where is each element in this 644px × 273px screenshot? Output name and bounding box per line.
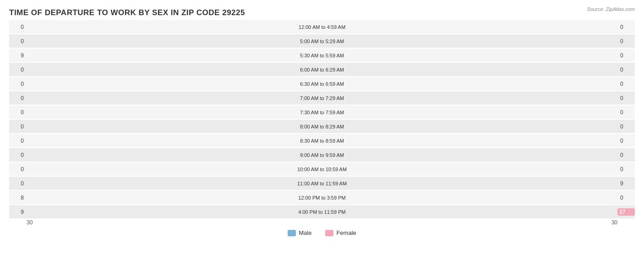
table-row: 05:00 AM to 5:29 AM0 [9, 34, 635, 48]
bar-section: 8:30 AM to 8:59 AM [27, 134, 617, 147]
time-label: 6:00 AM to 6:29 AM [300, 67, 344, 72]
male-value: 0 [9, 180, 27, 187]
male-legend-label: Male [299, 229, 311, 236]
time-label: 8:30 AM to 8:59 AM [300, 138, 344, 144]
chart-container: TIME OF DEPARTURE TO WORK BY SEX IN ZIP … [0, 0, 644, 273]
bar-section: 5:00 AM to 5:29 AM [27, 34, 617, 48]
female-legend-box [325, 230, 333, 236]
female-value: 0 [617, 123, 635, 130]
table-row: 94:00 PM to 11:59 PM27 [9, 205, 635, 218]
female-value: 0 [617, 67, 635, 73]
bar-section: 10:00 AM to 10:59 AM [27, 162, 617, 176]
male-value: 0 [9, 166, 27, 173]
bar-section: 11:00 AM to 11:59 AM [27, 177, 617, 190]
axis-right: 30 [611, 219, 617, 226]
bars-area: 012:00 AM to 4:59 AM005:00 AM to 5:29 AM… [9, 20, 635, 218]
female-value: 0 [617, 38, 635, 45]
bar-section: 12:00 AM to 4:59 AM [27, 20, 617, 33]
female-legend-label: Female [336, 229, 356, 236]
bar-section: 12:00 PM to 3:59 PM [27, 191, 617, 204]
male-value: 0 [9, 123, 27, 130]
male-value: 8 [9, 195, 27, 201]
male-value: 0 [9, 138, 27, 144]
time-label: 11:00 AM to 11:59 AM [297, 181, 347, 186]
table-row: 08:00 AM to 8:29 AM0 [9, 120, 635, 133]
male-value: 0 [9, 109, 27, 116]
male-value: 0 [9, 95, 27, 101]
table-row: 06:00 AM to 6:29 AM0 [9, 63, 635, 76]
time-label: 5:30 AM to 5:59 AM [300, 53, 344, 58]
bar-section: 6:00 AM to 6:29 AM [27, 63, 617, 76]
male-value: 0 [9, 24, 27, 30]
male-value: 9 [9, 52, 27, 59]
female-value: 9 [617, 180, 635, 187]
table-row: 012:00 AM to 4:59 AM0 [9, 20, 635, 33]
male-value: 0 [9, 152, 27, 158]
female-value: 0 [617, 195, 635, 201]
time-label: 8:00 AM to 8:29 AM [300, 124, 344, 129]
time-label: 12:00 AM to 4:59 AM [299, 24, 345, 30]
bar-section: 4:00 PM to 11:59 PM [27, 205, 617, 218]
female-value: 0 [617, 109, 635, 116]
time-label: 7:30 AM to 7:59 AM [300, 110, 344, 115]
table-row: 07:30 AM to 7:59 AM0 [9, 106, 635, 119]
male-value: 0 [9, 67, 27, 73]
time-label: 4:00 PM to 11:59 PM [298, 209, 345, 215]
female-value: 0 [617, 152, 635, 158]
table-row: 812:00 PM to 3:59 PM0 [9, 191, 635, 204]
legend-male: Male [288, 229, 311, 236]
table-row: 09:00 AM to 9:59 AM0 [9, 148, 635, 162]
table-row: 010:00 AM to 10:59 AM0 [9, 162, 635, 176]
time-label: 12:00 PM to 3:59 PM [298, 195, 345, 201]
male-value: 0 [9, 81, 27, 87]
female-value: 0 [617, 52, 635, 59]
table-row: 06:30 AM to 6:59 AM0 [9, 77, 635, 90]
time-label: 7:00 AM to 7:29 AM [300, 95, 344, 101]
source-label: Source: ZipAtlas.com [587, 6, 635, 12]
legend-female: Female [325, 229, 356, 236]
chart-title: TIME OF DEPARTURE TO WORK BY SEX IN ZIP … [9, 8, 635, 17]
bar-section: 8:00 AM to 8:29 AM [27, 120, 617, 133]
bar-section: 6:30 AM to 6:59 AM [27, 77, 617, 90]
time-label: 5:00 AM to 5:29 AM [300, 39, 344, 44]
time-label: 9:00 AM to 9:59 AM [300, 152, 344, 158]
table-row: 07:00 AM to 7:29 AM0 [9, 91, 635, 105]
bar-section: 5:30 AM to 5:59 AM [27, 49, 617, 62]
time-label: 6:30 AM to 6:59 AM [300, 81, 344, 87]
bar-section: 7:00 AM to 7:29 AM [27, 91, 617, 105]
time-label: 10:00 AM to 10:59 AM [297, 167, 347, 172]
female-value: 0 [617, 81, 635, 87]
female-value: 0 [617, 166, 635, 173]
bottom-axis: 30 30 [9, 219, 635, 226]
table-row: 95:30 AM to 5:59 AM0 [9, 49, 635, 62]
female-value: 27 [617, 208, 635, 216]
female-value: 0 [617, 138, 635, 144]
axis-left: 30 [27, 219, 33, 226]
bar-section: 7:30 AM to 7:59 AM [27, 106, 617, 119]
legend: Male Female [9, 229, 635, 236]
male-value: 9 [9, 209, 27, 215]
female-value: 0 [617, 95, 635, 101]
female-value: 0 [617, 24, 635, 30]
male-value: 0 [9, 38, 27, 45]
male-legend-box [288, 230, 296, 236]
bar-section: 9:00 AM to 9:59 AM [27, 148, 617, 162]
table-row: 08:30 AM to 8:59 AM0 [9, 134, 635, 147]
table-row: 011:00 AM to 11:59 AM9 [9, 177, 635, 190]
